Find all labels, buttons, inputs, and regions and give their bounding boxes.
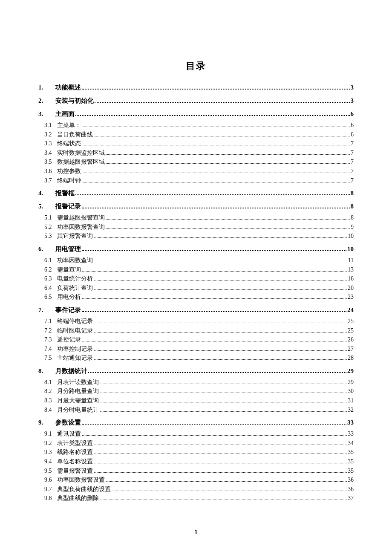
toc-entry-page: 16: [348, 275, 354, 283]
toc-entry: 9.2表计类型设置34: [38, 439, 354, 448]
toc-entry-number: 6.2: [44, 266, 52, 274]
toc-entry-number: 9.2: [44, 439, 52, 448]
toc-entry-label: 表计类型设置: [57, 439, 93, 448]
toc-entry: 9.6功率因数报警设置36: [38, 476, 354, 484]
toc-entry-number: 9.: [38, 418, 50, 427]
toc-leader-dots: [82, 208, 350, 208]
toc-entry-page: 35: [348, 457, 354, 466]
toc-entry-number: 7.5: [44, 354, 52, 362]
toc-leader-dots: [82, 127, 350, 127]
toc-entry: 7.事件记录24: [38, 306, 354, 315]
toc-entry-page: 26: [348, 335, 354, 344]
toc-entry-number: 9.8: [44, 494, 52, 503]
toc-leader-dots: [82, 250, 346, 251]
toc-entry: 9.参数设置33: [38, 418, 354, 427]
toc-leader-dots: [94, 237, 347, 238]
toc-entry-label: 数据越限报警区域: [57, 158, 105, 166]
toc-entry-page: 10: [347, 245, 354, 254]
toc-leader-dots: [100, 411, 347, 412]
toc-entry-number: 8.1: [44, 378, 52, 387]
toc-leader-dots: [94, 359, 347, 360]
toc-leader-dots: [82, 145, 350, 145]
toc-entry-number: 6.4: [44, 284, 52, 292]
toc-entry-page: 7: [351, 176, 354, 185]
toc-leader-dots: [82, 435, 347, 436]
toc-leader-dots: [88, 372, 346, 373]
toc-leader-dots: [82, 89, 350, 90]
toc-entry-label: 功控参数: [57, 167, 81, 176]
toc-entry-label: 临时限电记录: [57, 327, 93, 335]
toc-entry: 5.2功率因数报警查询9: [38, 223, 354, 231]
toc-leader-dots: [94, 350, 347, 351]
toc-leader-dots: [106, 154, 350, 155]
toc-entry-page: 9: [351, 223, 354, 231]
toc-entry-label: 典型负荷曲线的设置: [57, 485, 111, 494]
toc-entry-label: 月最大需量查询: [57, 396, 99, 405]
toc-entry-label: 月数据统计: [55, 367, 87, 376]
toc-entry-number: 8.: [38, 367, 50, 376]
toc-entry: 9.3线路名称设置35: [38, 448, 354, 457]
toc-entry-page: 29: [347, 367, 354, 376]
toc-subgroup: 9.1通讯设置339.2表计类型设置349.3线路名称设置359.4单位名称设置…: [38, 430, 354, 503]
toc-entry-label: 主菜单：: [57, 121, 81, 130]
toc-entry: 7.4功率控制记录27: [38, 345, 354, 353]
toc-entry: 9.7典型负荷曲线的设置36: [38, 485, 354, 494]
toc-entry: 3.7终端时钟7: [38, 176, 354, 185]
toc-leader-dots: [82, 311, 346, 312]
toc-entry-number: 3.7: [44, 176, 52, 185]
toc-entry-page: 33: [347, 418, 354, 427]
toc-entry: 7.5主站通知记录28: [38, 354, 354, 362]
toc-entry-label: 主站通知记录: [57, 354, 93, 362]
toc-entry-label: 功率因数报警查询: [57, 223, 105, 231]
toc-entry-number: 3.5: [44, 158, 52, 166]
toc-entry-label: 负荷统计查询: [57, 284, 93, 292]
toc-leader-dots: [82, 298, 347, 299]
toc-leader-dots: [94, 262, 347, 262]
toc-entry-number: 5.3: [44, 232, 52, 240]
toc-entry-label: 主画面: [55, 110, 75, 119]
toc-leader-dots: [75, 115, 350, 116]
toc-entry: 5.1需量越限报警查询8: [38, 214, 354, 222]
toc-leader-dots: [100, 393, 347, 393]
toc-entry-number: 2.: [38, 96, 50, 105]
toc-entry-page: 3: [351, 96, 354, 105]
toc-entry-page: 27: [348, 345, 354, 353]
toc-entry-number: 4.: [38, 189, 50, 198]
toc-entry-label: 月分路电量查询: [57, 387, 99, 396]
toc-entry-page: 8: [351, 189, 354, 198]
toc-leader-dots: [95, 102, 350, 103]
toc-entry-number: 9.4: [44, 457, 52, 466]
toc-entry: 6.1功率因数查询11: [38, 256, 354, 265]
toc-entry-page: 33: [348, 430, 354, 438]
toc-entry-number: 6.1: [44, 256, 52, 265]
toc-entry: 8.3月最大需量查询31: [38, 396, 354, 405]
toc-entry-label: 需量查询: [57, 266, 81, 274]
toc-leader-dots: [94, 463, 347, 463]
toc-entry-label: 用电分析: [57, 293, 81, 301]
toc-entry-page: 35: [348, 467, 354, 475]
toc-entry: 3.3终端状态7: [38, 139, 354, 148]
toc-entry-label: 通讯设置: [57, 430, 81, 438]
toc-entry-page: 10: [348, 232, 354, 240]
toc-entry-label: 报警记录: [55, 202, 81, 211]
toc-entry-number: 6.: [38, 245, 50, 254]
toc-entry-number: 7.1: [44, 317, 52, 326]
toc-entry-page: 36: [348, 485, 354, 494]
toc-subgroup: 6.1功率因数查询116.2需量查询136.3电量统计分析166.4负荷统计查询…: [38, 256, 354, 301]
toc-leader-dots: [82, 271, 347, 272]
toc-entry-label: 电量统计分析: [57, 275, 93, 283]
toc-entry: 9.4单位名称设置35: [38, 457, 354, 466]
toc-leader-dots: [100, 500, 347, 500]
toc-entry-page: 8: [351, 202, 354, 211]
toc-entry-number: 9.5: [44, 467, 52, 475]
toc-entry: 7.1终端停电记录25: [38, 317, 354, 326]
toc-entry-label: 报警框: [55, 189, 75, 198]
toc-entry-label: 参数设置: [55, 418, 81, 427]
toc-entry-page: 35: [348, 448, 354, 457]
toc-entry: 3.1主菜单：6: [38, 121, 354, 130]
toc-entry-label: 功率因数查询: [57, 256, 93, 265]
toc-entry: 1.功能概述3: [38, 83, 354, 92]
toc-entry: 3.主画面6: [38, 110, 354, 119]
toc-entry-label: 月分时电量统计: [57, 406, 99, 414]
toc-entry-page: 6: [351, 110, 354, 119]
